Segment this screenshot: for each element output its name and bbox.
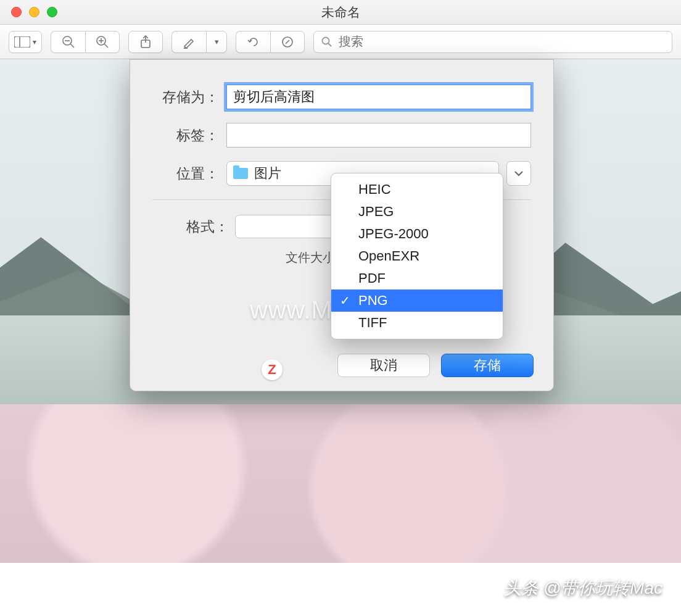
search-field[interactable] xyxy=(313,31,672,53)
format-dropdown-menu: HEIC JPEG JPEG-2000 OpenEXR PDF PNG TIFF xyxy=(331,173,503,339)
rotate-button[interactable] xyxy=(236,31,270,53)
zoom-out-button[interactable] xyxy=(51,31,85,53)
format-option-jpeg2000[interactable]: JPEG-2000 xyxy=(331,223,503,245)
chevron-down-icon: ▾ xyxy=(33,38,36,46)
format-option-openexr[interactable]: OpenEXR xyxy=(331,245,503,267)
edit-toolbar-button[interactable] xyxy=(270,31,305,53)
zoom-out-icon xyxy=(62,35,75,49)
format-option-pdf[interactable]: PDF xyxy=(331,267,503,289)
markup-button[interactable] xyxy=(171,31,206,53)
chevron-down-icon: ▾ xyxy=(215,37,219,46)
svg-line-14 xyxy=(328,43,331,46)
tags-label: 标签： xyxy=(152,126,226,145)
folder-icon xyxy=(233,168,248,179)
svg-point-13 xyxy=(323,37,329,44)
zoom-in-icon xyxy=(96,35,109,49)
location-expand-button[interactable] xyxy=(506,161,531,186)
save-button[interactable]: 存储 xyxy=(441,354,534,377)
share-icon xyxy=(139,35,152,49)
window-title: 未命名 xyxy=(0,4,681,21)
format-option-tiff[interactable]: TIFF xyxy=(331,312,503,334)
sidebar-icon xyxy=(14,36,30,48)
chevron-down-icon xyxy=(514,170,524,177)
watermark-badge: Z xyxy=(262,359,283,380)
cancel-button[interactable]: 取消 xyxy=(337,354,430,377)
format-label: 格式： xyxy=(186,217,229,236)
toolbar: ▾ ▾ xyxy=(0,25,681,59)
location-label: 位置： xyxy=(152,164,226,183)
format-option-jpeg[interactable]: JPEG xyxy=(331,201,503,223)
search-icon xyxy=(321,36,332,48)
save-as-label: 存储为： xyxy=(152,88,226,107)
rotate-icon xyxy=(247,35,260,49)
sidebar-toggle-button[interactable]: ▾ xyxy=(9,31,42,53)
format-option-heic[interactable]: HEIC xyxy=(331,178,503,201)
save-as-input[interactable] xyxy=(226,85,531,109)
pen-circle-icon xyxy=(281,35,294,49)
share-button[interactable] xyxy=(128,31,163,53)
svg-rect-0 xyxy=(14,36,30,48)
credit-text: 头条 @带你玩转Mac xyxy=(504,576,662,600)
svg-line-6 xyxy=(104,44,108,48)
search-input[interactable] xyxy=(339,35,664,49)
zoom-in-button[interactable] xyxy=(85,31,120,53)
titlebar: 未命名 xyxy=(0,0,681,25)
location-value: 图片 xyxy=(254,164,281,183)
svg-line-3 xyxy=(70,44,74,48)
format-option-png[interactable]: PNG xyxy=(331,289,503,312)
highlighter-icon xyxy=(183,35,196,49)
markup-menu-button[interactable]: ▾ xyxy=(206,31,227,53)
tags-input[interactable] xyxy=(226,123,531,148)
